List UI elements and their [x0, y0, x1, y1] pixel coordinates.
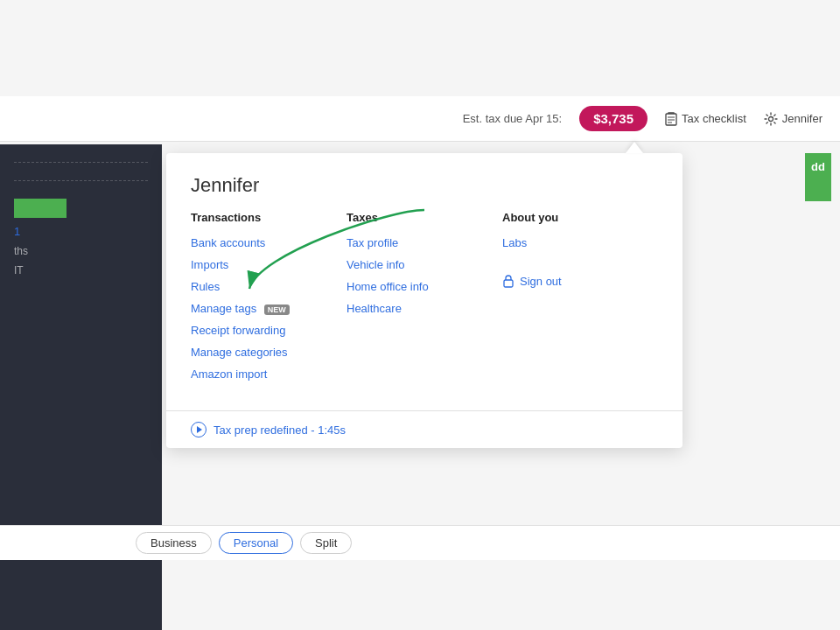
- rules-link[interactable]: Rules: [191, 280, 346, 293]
- lock-icon: [502, 274, 514, 288]
- svg-rect-5: [504, 280, 513, 287]
- sign-out-label: Sign out: [520, 275, 562, 288]
- receipt-forwarding-link[interactable]: Receipt forwarding: [191, 324, 346, 337]
- bottom-tabs-area: Business Personal Split: [0, 525, 840, 560]
- home-office-info-link[interactable]: Home office info: [346, 280, 502, 293]
- header-bar: Est. tax due Apr 15: $3,735 Tax checklis…: [0, 96, 840, 142]
- svg-point-4: [768, 116, 773, 121]
- jennifer-menu-button[interactable]: Jennifer: [764, 112, 822, 126]
- about-you-column: About you Labs Sign out: [502, 211, 658, 389]
- sidebar-divider-1: [14, 162, 148, 163]
- tax-profile-link[interactable]: Tax profile: [346, 236, 502, 249]
- sidebar-text-it: IT: [14, 264, 148, 276]
- dropdown-header: Jennifer: [166, 174, 682, 211]
- manage-categories-link[interactable]: Manage categories: [191, 346, 346, 359]
- tax-checklist-button[interactable]: Tax checklist: [665, 112, 746, 126]
- play-triangle: [197, 426, 202, 433]
- clipboard-icon: [665, 112, 677, 126]
- dropdown-user-name: Jennifer: [191, 174, 259, 196]
- taxes-heading: Taxes: [346, 211, 502, 224]
- dropdown-menu: Jennifer Transactions Bank accounts Impo…: [166, 153, 682, 448]
- sign-out-link[interactable]: Sign out: [502, 274, 658, 288]
- sidebar-text-ths: ths: [14, 245, 148, 257]
- gear-icon: [764, 112, 778, 126]
- about-you-heading: About you: [502, 211, 658, 224]
- imports-link[interactable]: Imports: [191, 258, 346, 271]
- transactions-heading: Transactions: [191, 211, 346, 224]
- dd-box: dd: [805, 153, 831, 201]
- split-tab[interactable]: Split: [300, 532, 352, 554]
- amazon-import-link[interactable]: Amazon import: [191, 368, 346, 381]
- video-link[interactable]: Tax prep redefined - 1:45s: [214, 424, 346, 437]
- personal-tab[interactable]: Personal: [219, 532, 293, 554]
- dropdown-caret: [626, 142, 643, 153]
- vehicle-info-link[interactable]: Vehicle info: [346, 258, 502, 271]
- new-badge: NEW: [264, 304, 290, 315]
- tax-amount-button[interactable]: $3,735: [579, 106, 648, 131]
- labs-link[interactable]: Labs: [502, 236, 658, 249]
- bank-accounts-link[interactable]: Bank accounts: [191, 236, 346, 249]
- tax-checklist-label: Tax checklist: [682, 112, 746, 125]
- dropdown-columns: Transactions Bank accounts Imports Rules…: [166, 211, 682, 410]
- sidebar-number: 1: [14, 225, 148, 238]
- dropdown-footer: Tax prep redefined - 1:45s: [166, 410, 682, 448]
- jennifer-label: Jennifer: [782, 112, 822, 125]
- est-tax-label: Est. tax due Apr 15:: [463, 112, 562, 125]
- sidebar-green-bar: [14, 199, 66, 218]
- manage-tags-link[interactable]: Manage tags NEW: [191, 302, 346, 315]
- sidebar-divider-2: [14, 180, 148, 181]
- healthcare-link[interactable]: Healthcare: [346, 302, 502, 315]
- transactions-column: Transactions Bank accounts Imports Rules…: [191, 211, 346, 389]
- play-icon: [191, 422, 206, 438]
- taxes-column: Taxes Tax profile Vehicle info Home offi…: [346, 211, 502, 389]
- business-tab[interactable]: Business: [136, 532, 212, 554]
